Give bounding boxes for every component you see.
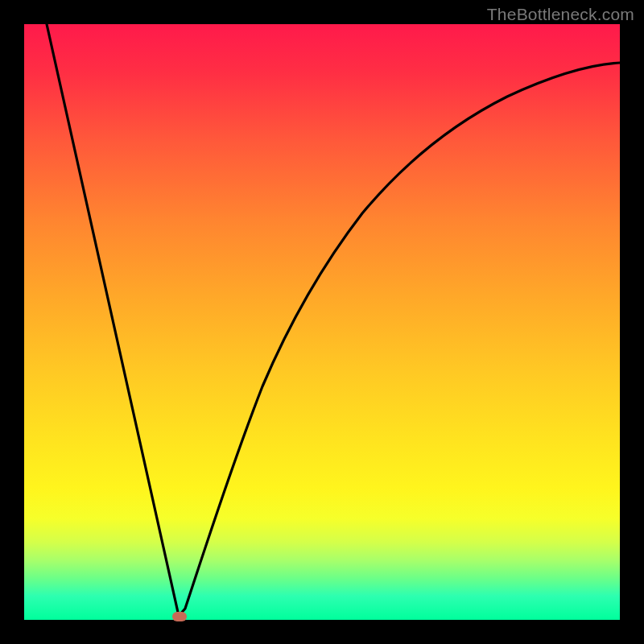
curve-path bbox=[47, 24, 620, 616]
optimum-marker bbox=[172, 612, 187, 621]
attribution-label: TheBottleneck.com bbox=[487, 5, 634, 24]
bottleneck-curve bbox=[24, 24, 620, 620]
chart-frame: TheBottleneck.com bbox=[0, 0, 644, 644]
plot-area bbox=[24, 24, 620, 620]
